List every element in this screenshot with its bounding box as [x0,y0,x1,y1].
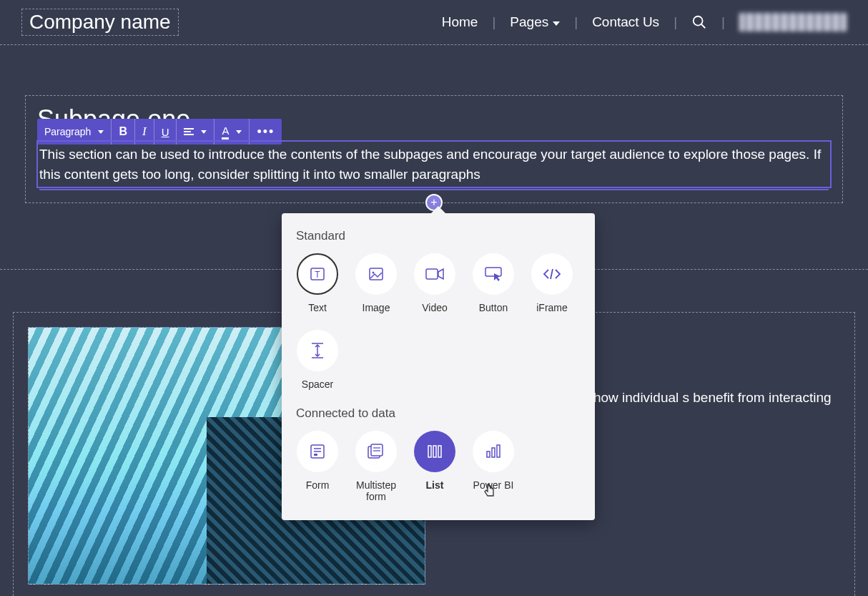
svg-point-5 [373,272,375,274]
nav-separator: | [674,14,677,30]
nav-contact[interactable]: Contact Us [592,14,659,30]
chevron-down-icon [553,21,560,26]
hero-section[interactable]: Subpage one Paragraph B I U A ••• This s… [25,95,843,203]
svg-rect-18 [371,444,383,456]
paragraph-style-label: Paragraph [44,126,91,137]
nav-separator: | [574,14,578,30]
powerbi-icon [473,431,514,472]
svg-text:T: T [315,270,320,280]
main-nav: Home | Pages | Contact Us | | [442,13,847,31]
svg-marker-7 [438,269,443,279]
component-spacer-label: Spacer [302,378,333,391]
hero-body-text-input[interactable]: This section can be used to introduce th… [36,140,832,188]
text-icon: T [297,253,338,295]
component-button[interactable]: Button [472,253,515,314]
component-button-label: Button [479,302,508,314]
svg-rect-24 [487,451,490,457]
component-iframe[interactable]: iFrame [531,253,573,314]
image-icon [355,253,397,295]
component-list-label: List [426,479,444,492]
user-identity-blurred [739,13,847,31]
multistep-form-icon [355,431,397,472]
svg-point-0 [694,16,703,26]
form-icon [297,431,338,472]
search-button[interactable] [691,14,707,30]
cursor-pointer-icon [483,483,496,497]
component-image-label: Image [363,302,390,314]
component-image[interactable]: Image [355,253,398,314]
component-multistep-label: Multistep form [355,479,398,504]
svg-rect-8 [485,268,501,276]
component-text[interactable]: T Text [296,253,339,314]
video-icon [414,253,455,295]
chevron-down-icon [201,130,207,134]
search-icon [691,14,707,30]
spacer-icon [297,330,338,371]
button-icon [473,253,514,295]
svg-rect-23 [438,446,441,457]
popup-section-standard-title: Standard [296,229,581,243]
nav-home[interactable]: Home [442,14,478,30]
component-spacer[interactable]: Spacer [296,330,339,391]
popup-section-data-title: Connected to data [296,406,581,421]
list-icon [414,431,455,472]
nav-pages[interactable]: Pages [510,14,560,30]
svg-rect-21 [428,446,431,457]
site-header: Company name Home | Pages | Contact Us |… [0,0,868,45]
align-icon [184,128,194,135]
svg-line-9 [551,269,553,279]
svg-rect-6 [426,269,438,279]
component-video[interactable]: Video [413,253,456,314]
nav-separator: | [721,14,725,30]
iframe-icon [531,253,573,295]
component-video-label: Video [422,302,448,314]
nav-separator: | [492,14,495,30]
chevron-down-icon [98,130,104,134]
brand-name[interactable]: Company name [21,9,179,36]
component-picker-popup: Standard T Text Image Video Button [282,213,595,520]
svg-rect-26 [497,445,500,457]
svg-rect-22 [433,446,436,457]
svg-rect-16 [314,454,317,456]
component-form-label: Form [306,479,330,492]
component-form[interactable]: Form [296,431,339,504]
component-text-label: Text [308,302,327,314]
component-list[interactable]: List [413,431,456,504]
svg-rect-25 [492,448,495,457]
component-multistep-form[interactable]: Multistep form [355,431,398,504]
component-iframe-label: iFrame [536,302,568,314]
nav-pages-label: Pages [510,14,548,30]
svg-line-1 [701,24,706,29]
chevron-down-icon [236,130,242,134]
